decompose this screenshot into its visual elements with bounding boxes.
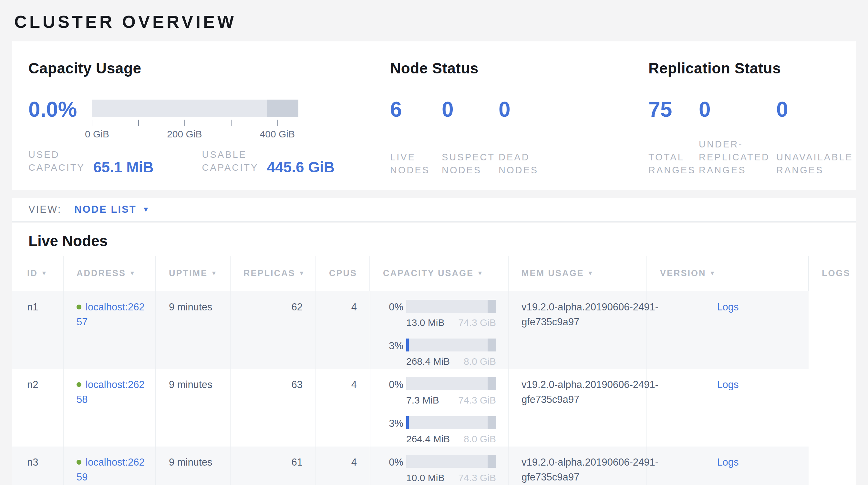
table-row: n1 localhost:26257 9 minutes 62 4 0% 13.… [12, 291, 856, 369]
suspect-nodes-label: SUSPECT NODES [442, 151, 495, 176]
node-uptime-cell: 9 minutes [156, 291, 230, 369]
total-ranges-stat: 75 TOTAL RANGES [648, 99, 699, 176]
live-status-icon [76, 382, 82, 387]
dead-nodes-stat: 0 DEAD NODES [499, 99, 538, 176]
under-replicated-ranges-stat: 0 UNDER-REPLICATED RANGES [699, 99, 776, 176]
node-status-stats: 6 LIVE NODES 0 SUSPECT NODES 0 DEAD NODE… [390, 99, 648, 176]
live-status-icon [76, 460, 82, 465]
node-cpus-cell: 4 [316, 291, 370, 369]
sort-arrow-icon: ▼ [129, 270, 136, 277]
node-replicas-cell: 63 [230, 369, 316, 447]
node-status-section: Node Status 6 LIVE NODES 0 SUSPECT NODES… [390, 59, 648, 174]
mem-bar [406, 339, 496, 351]
capacity-usage-cell: 0% 10.0 MiB 74.3 GiB [370, 447, 508, 485]
sort-arrow-icon: ▼ [211, 270, 218, 277]
view-label: VIEW: [28, 204, 61, 215]
capacity-stats: USED CAPACITY 65.1 MiB USABLE CAPACITY 4… [28, 148, 390, 174]
usable-capacity-stat: USABLE CAPACITY 445.6 GiB [202, 148, 335, 174]
page-title: CLUSTER OVERVIEW [14, 12, 856, 32]
column-header-uptime[interactable]: UPTIME▼ [156, 256, 230, 291]
live-nodes-card: Live Nodes ID▼ ADDRESS▼ UPTIME▼ REPLICAS… [12, 223, 856, 485]
capacity-axis-ticks [92, 120, 299, 127]
live-nodes-table: ID▼ ADDRESS▼ UPTIME▼ REPLICAS▼ CPUS CAPA… [12, 256, 856, 485]
node-address-link[interactable]: localhost:26258 [76, 379, 145, 405]
node-cpus-cell: 4 [316, 369, 370, 447]
cluster-overview-page: CLUSTER OVERVIEW Capacity Usage 0.0% 0 G… [0, 0, 868, 485]
live-nodes-label: LIVE NODES [390, 151, 430, 176]
capacity-gauge: 0.0% 0 GiB 200 GiB 400 GiB [28, 99, 390, 141]
replication-stats: 75 TOTAL RANGES 0 UNDER-REPLICATED RANGE… [648, 99, 853, 176]
capacity-axis-labels: 0 GiB 200 GiB 400 GiB [92, 129, 299, 141]
suspect-nodes-count: 0 [442, 99, 499, 119]
total-ranges-label: TOTAL RANGES [648, 151, 695, 176]
node-uptime-cell: 9 minutes [156, 447, 230, 485]
axis-label: 200 GiB [167, 129, 202, 140]
node-status-title: Node Status [390, 59, 648, 77]
sort-arrow-icon: ▼ [41, 270, 48, 277]
capacity-usage-cell: 0% 7.3 MiB 74.3 GiB [370, 369, 508, 408]
node-address-cell: localhost:26259 [63, 447, 156, 485]
node-cpus-cell: 4 [316, 447, 370, 485]
node-id-cell: n1 [12, 291, 63, 369]
logs-link[interactable]: Logs [717, 457, 739, 468]
node-address-link[interactable]: localhost:26259 [76, 457, 145, 483]
table-row: n2 localhost:26258 9 minutes 63 4 0% 7.3… [12, 369, 856, 447]
unavailable-ranges-stat: 0 UNAVAILABLE RANGES [776, 99, 853, 176]
capacity-usage-title: Capacity Usage [28, 59, 390, 77]
node-version-cell: v19.2.0-alpha.20190606-2491-gfe735c9a97 [508, 369, 647, 447]
sort-arrow-icon: ▼ [299, 270, 306, 277]
under-replicated-label: UNDER-REPLICATED RANGES [699, 138, 770, 176]
column-header-mem-usage[interactable]: MEM USAGE▼ [508, 256, 647, 291]
capacity-gauge-chart: 0 GiB 200 GiB 400 GiB [92, 99, 299, 141]
table-header-row: ID▼ ADDRESS▼ UPTIME▼ REPLICAS▼ CPUS CAPA… [12, 256, 856, 291]
logs-link[interactable]: Logs [717, 379, 739, 390]
sort-arrow-icon: ▼ [477, 270, 484, 277]
dead-nodes-label: DEAD NODES [499, 151, 538, 176]
sort-arrow-icon: ▼ [587, 270, 594, 277]
view-bar: VIEW: NODE LIST ▼ [12, 198, 856, 222]
replication-status-title: Replication Status [648, 59, 853, 77]
used-capacity-stat: USED CAPACITY 65.1 MiB [28, 148, 154, 174]
view-selector-dropdown[interactable]: NODE LIST ▼ [74, 204, 149, 215]
live-nodes-stat: 6 LIVE NODES [390, 99, 442, 176]
column-header-address[interactable]: ADDRESS▼ [63, 256, 156, 291]
view-selected-value[interactable]: NODE LIST [74, 204, 136, 215]
axis-label: 400 GiB [260, 129, 295, 140]
chevron-down-icon[interactable]: ▼ [143, 205, 150, 214]
under-replicated-count: 0 [699, 99, 776, 119]
used-capacity-value: 65.1 MiB [93, 160, 154, 174]
mem-usage-cell: 3% 268.4 MiB 8.0 GiB [370, 330, 508, 369]
table-row: n3 localhost:26259 9 minutes 61 4 0% 10.… [12, 447, 856, 485]
capacity-usage-section: Capacity Usage 0.0% 0 GiB 200 GiB 400 Gi… [28, 59, 390, 174]
node-version-cell: v19.2.0-alpha.20190606-2491-gfe735c9a97 [508, 291, 647, 369]
capacity-bar [406, 300, 496, 313]
dead-nodes-count: 0 [499, 99, 538, 119]
mem-usage-cell: 3% 264.4 MiB 8.0 GiB [370, 408, 508, 447]
column-header-capacity-usage[interactable]: CAPACITY USAGE▼ [370, 256, 508, 291]
suspect-nodes-stat: 0 SUSPECT NODES [442, 99, 499, 176]
live-nodes-count: 6 [390, 99, 442, 119]
unavailable-ranges-label: UNAVAILABLE RANGES [776, 151, 853, 176]
usable-capacity-value: 445.6 GiB [267, 160, 335, 174]
axis-label: 0 GiB [85, 129, 109, 140]
node-uptime-cell: 9 minutes [156, 369, 230, 447]
unavailable-ranges-count: 0 [776, 99, 853, 119]
column-header-version[interactable]: VERSION▼ [647, 256, 809, 291]
live-nodes-title: Live Nodes [28, 232, 856, 250]
logs-link[interactable]: Logs [717, 301, 739, 313]
node-replicas-cell: 61 [230, 447, 316, 485]
node-address-link[interactable]: localhost:26257 [76, 301, 145, 327]
node-logs-cell: Logs [647, 369, 809, 447]
column-header-cpus[interactable]: CPUS [316, 256, 370, 291]
node-logs-cell: Logs [647, 447, 809, 485]
capacity-gauge-bar [92, 99, 299, 117]
column-header-id[interactable]: ID▼ [12, 256, 63, 291]
column-header-logs: LOGS [809, 256, 856, 291]
cluster-summary-card: Capacity Usage 0.0% 0 GiB 200 GiB 400 Gi… [12, 41, 856, 190]
capacity-bar [406, 455, 496, 468]
capacity-percent: 0.0% [28, 99, 80, 119]
column-header-replicas[interactable]: REPLICAS▼ [230, 256, 316, 291]
node-id-cell: n3 [12, 447, 63, 485]
node-version-cell: v19.2.0-alpha.20190606-2491-gfe735c9a97 [508, 447, 647, 485]
node-logs-cell: Logs [647, 291, 809, 369]
